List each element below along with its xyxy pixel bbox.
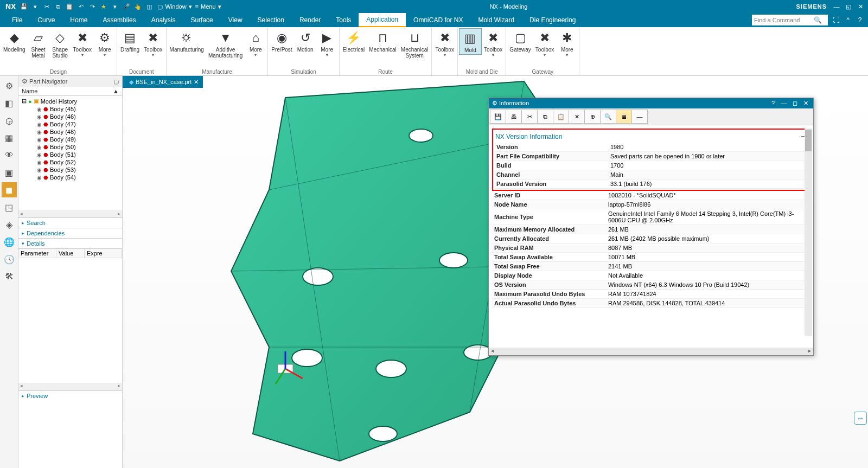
tb-print-icon[interactable]: 🖶 — [506, 110, 522, 124]
rail-gear-icon[interactable]: ⚙ — [2, 78, 17, 93]
teamviewer-icon[interactable]: ↔ — [854, 412, 867, 425]
menu-mold-wizard[interactable]: Mold Wizard — [470, 13, 522, 27]
ribbon-toolbox-1[interactable]: ✖Toolbox — [433, 28, 456, 59]
ribbon-toolbox-md[interactable]: ✖Toolbox — [482, 28, 505, 59]
touch-icon[interactable]: 👆 — [133, 2, 143, 11]
visibility-icon[interactable]: ◉ — [37, 114, 42, 120]
tree-root[interactable]: ⊟●▣ Model History — [22, 97, 122, 105]
ribbon-additive[interactable]: ▼AdditiveManufacturing — [206, 28, 245, 60]
menu-selection[interactable]: Selection — [250, 13, 292, 27]
ribbon-toolbox-design[interactable]: ✖Toolbox — [71, 28, 94, 59]
ribbon-more-design[interactable]: ⚙More — [94, 28, 116, 59]
rail-poly-icon[interactable]: ◈ — [2, 217, 17, 232]
menu-die-engineering[interactable]: Die Engineering — [522, 13, 583, 27]
close-icon[interactable]: ✕ — [855, 3, 866, 10]
menu-omnicad-for-nx[interactable]: OmniCAD for NX — [406, 13, 470, 27]
ribbon-gateway[interactable]: ▢Gateway — [507, 28, 533, 54]
visibility-icon[interactable]: ◉ — [37, 137, 42, 143]
tree-item[interactable]: ◉⬣Body (49) — [22, 136, 122, 143]
tb-save-icon[interactable]: 💾 — [490, 110, 506, 124]
window-menu[interactable]: ▢ Window ▾ — [157, 3, 192, 10]
sort-icon[interactable]: ▲ — [113, 88, 119, 94]
tree-item[interactable]: ◉⬣Body (54) — [22, 174, 122, 181]
find-command-input[interactable] — [754, 17, 814, 23]
restore-icon[interactable]: ◱ — [843, 3, 854, 10]
tree-item[interactable]: ◉⬣Body (46) — [22, 113, 122, 120]
ribbon-motion[interactable]: ↺Motion — [295, 28, 316, 54]
mic-icon[interactable]: 🎤 — [122, 2, 131, 11]
visibility-icon[interactable]: ◉ — [37, 121, 42, 127]
save-icon[interactable]: 💾 — [19, 2, 29, 11]
col-parameter[interactable]: Parameter — [18, 249, 56, 258]
col-value[interactable]: Value — [56, 249, 85, 258]
ribbon-more-sim[interactable]: ▶More — [316, 28, 338, 59]
dialog-help-icon[interactable]: ? — [769, 100, 777, 107]
ribbon-more-mfg[interactable]: ⌂More — [245, 28, 266, 59]
visibility-icon[interactable]: ◉ — [37, 167, 42, 173]
ribbon-manufacturing[interactable]: ⛭Manufacturing — [168, 28, 206, 54]
ribbon-modeling[interactable]: ◆Modeling — [1, 28, 28, 54]
find-command[interactable]: 🔍 — [752, 15, 828, 25]
panel-gear-icon[interactable]: ⚙ — [22, 78, 28, 85]
visibility-icon[interactable]: ◉ — [37, 129, 42, 135]
ribbon-drafting[interactable]: ▤Drafting — [118, 28, 142, 54]
tb-delete-icon[interactable]: ✕ — [569, 110, 585, 124]
rail-history-icon[interactable]: 🕓 — [2, 252, 17, 267]
dialog-close-icon[interactable]: ✕ — [801, 100, 810, 107]
ribbon-shape-studio[interactable]: ◇ShapeStudio — [49, 28, 71, 60]
section-preview[interactable]: ▸Preview — [18, 390, 122, 401]
ribbon-toolbox-doc[interactable]: ✖Toolbox — [142, 28, 164, 59]
section-search[interactable]: ▸Search — [18, 217, 122, 228]
tb-find-icon[interactable]: 🔍 — [600, 110, 616, 124]
tree-scrollbar[interactable]: ◂▸ — [18, 210, 122, 217]
menu-view[interactable]: View — [221, 13, 250, 27]
rail-assembly-icon[interactable]: ◶ — [2, 113, 17, 128]
paste-icon[interactable]: 📋 — [65, 2, 74, 11]
menu-tools[interactable]: Tools — [328, 13, 359, 27]
details-scrollbar[interactable]: ◂▸ — [18, 383, 122, 390]
dropdown-icon[interactable]: ▾ — [30, 2, 40, 11]
tb-list-icon[interactable]: ≣ — [616, 110, 632, 124]
nav-up-icon[interactable]: ^ — [843, 16, 853, 24]
tree-item[interactable]: ◉⬣Body (48) — [22, 128, 122, 136]
visibility-icon[interactable]: ◉ — [37, 152, 42, 158]
help-icon[interactable]: ? — [855, 16, 865, 24]
col-expr[interactable]: Expre — [85, 249, 122, 258]
ribbon-mold[interactable]: ▥Mold — [459, 28, 482, 55]
rail-active-icon[interactable]: ◼ — [2, 182, 17, 197]
tb-minus-icon[interactable]: — — [631, 110, 648, 124]
tree-item[interactable]: ◉⬣Body (51) — [22, 151, 122, 158]
menu-assemblies[interactable]: Assemblies — [95, 13, 143, 27]
separator-dropdown[interactable]: ▾ — [110, 2, 120, 11]
search-icon[interactable]: 🔍 — [814, 16, 822, 24]
rail-hdraw-icon[interactable]: ▣ — [2, 165, 17, 180]
ribbon-electrical[interactable]: ⚡Electrical — [341, 28, 367, 54]
section-details[interactable]: ▾Details — [18, 238, 122, 248]
menu-file[interactable]: File — [4, 13, 30, 27]
tree-item[interactable]: ◉⬣Body (50) — [22, 143, 122, 151]
tb-copy-icon[interactable]: ⧉ — [537, 110, 553, 124]
minimize-icon[interactable]: — — [831, 3, 842, 10]
dialog-titlebar[interactable]: ⚙ Information ? — ◻ ✕ — [489, 98, 813, 108]
dialog-maximize-icon[interactable]: ◻ — [790, 100, 799, 107]
col-header[interactable]: Name▲ — [18, 87, 122, 96]
visibility-icon[interactable]: ◉ — [37, 106, 42, 112]
menu-render[interactable]: Render — [292, 13, 328, 27]
top-menu[interactable]: ≡ Menu ▾ — [195, 3, 221, 10]
ribbon-toolbox-gw[interactable]: ✖Toolbox — [533, 28, 556, 59]
ribbon-sheet-metal[interactable]: ▱SheetMetal — [28, 28, 49, 60]
menu-analysis[interactable]: Analysis — [144, 13, 183, 27]
visibility-icon[interactable]: ◉ — [37, 159, 42, 165]
cut-icon[interactable]: ✂ — [42, 2, 52, 11]
star-icon[interactable]: ★ — [99, 2, 108, 11]
visibility-icon[interactable]: ◉ — [37, 175, 42, 181]
menu-home[interactable]: Home — [62, 13, 95, 27]
tb-paste-icon[interactable]: 📋 — [553, 110, 569, 124]
tb-cut-icon[interactable]: ✂ — [521, 110, 538, 124]
tree-item[interactable]: ◉⬣Body (53) — [22, 166, 122, 174]
rail-box-icon[interactable]: ◳ — [2, 200, 17, 215]
rail-web-icon[interactable]: 🌐 — [2, 234, 17, 249]
layout-icon[interactable]: ◫ — [144, 2, 154, 11]
copy-icon[interactable]: ⧉ — [53, 2, 63, 11]
tb-target-icon[interactable]: ⊕ — [584, 110, 601, 124]
